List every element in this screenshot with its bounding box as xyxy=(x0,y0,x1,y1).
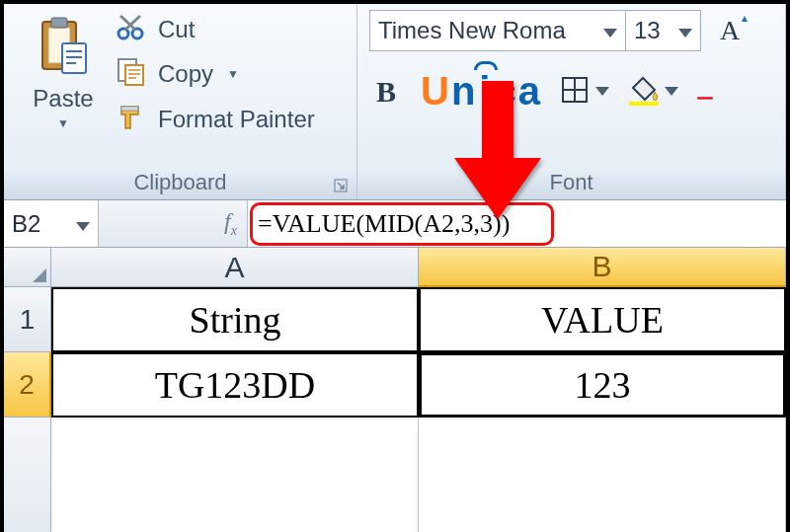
fx-button[interactable]: fx xyxy=(99,200,247,247)
paste-icon xyxy=(37,14,90,81)
fx-icon: fx xyxy=(224,208,237,239)
row-header-2[interactable]: 2 xyxy=(4,352,51,418)
cell-A1[interactable]: String xyxy=(51,287,419,352)
row-header-blank[interactable] xyxy=(4,418,51,532)
copy-button[interactable]: Copy ▼ xyxy=(117,57,315,91)
svg-marker-21 xyxy=(742,16,748,22)
font-color-icon xyxy=(696,74,714,110)
name-box[interactable]: B2 xyxy=(4,200,99,247)
copy-label: Copy xyxy=(158,60,213,88)
chevron-down-icon xyxy=(665,83,678,101)
borders-icon xyxy=(560,75,590,109)
font-group: Times New Roma 13 A B Unica xyxy=(357,4,786,199)
borders-button[interactable] xyxy=(560,75,609,109)
scissors-icon xyxy=(117,14,146,45)
format-painter-label: Format Painter xyxy=(158,106,315,133)
svg-marker-27 xyxy=(665,87,678,96)
svg-marker-29 xyxy=(454,81,541,219)
red-arrow-annotation xyxy=(454,81,541,223)
font-name-value: Times New Roma xyxy=(378,17,566,44)
svg-rect-2 xyxy=(51,18,67,28)
svg-marker-18 xyxy=(603,29,617,38)
svg-rect-28 xyxy=(697,97,713,99)
fill-color-button[interactable] xyxy=(627,74,678,110)
paste-button[interactable]: Paste ▼ xyxy=(16,10,111,172)
cell-blank-A[interactable] xyxy=(51,418,419,532)
font-group-title: Font xyxy=(357,170,785,195)
clipboard-group: Paste ▼ Cut xyxy=(4,4,357,199)
chevron-down-icon xyxy=(595,83,609,101)
formula-bar: B2 fx =VALUE(MID(A2,3,3)) xyxy=(4,200,786,248)
format-painter-button[interactable]: Format Painter xyxy=(117,103,315,136)
svg-rect-26 xyxy=(629,102,659,106)
bold-button[interactable]: B xyxy=(369,72,403,112)
copy-dropdown-icon[interactable]: ▼ xyxy=(227,67,239,81)
column-header-A[interactable]: A xyxy=(51,248,419,287)
brush-icon xyxy=(117,103,146,136)
select-all-corner[interactable] xyxy=(4,248,51,287)
column-header-B[interactable]: B xyxy=(419,248,786,287)
clipboard-dialog-launcher[interactable] xyxy=(331,176,351,195)
name-box-value: B2 xyxy=(12,210,40,238)
chevron-down-icon xyxy=(76,210,90,238)
chevron-down-icon xyxy=(678,17,692,44)
cell-blank-B[interactable] xyxy=(419,418,786,532)
cell-B1[interactable]: VALUE xyxy=(419,287,786,352)
font-name-combo[interactable]: Times New Roma xyxy=(369,10,626,51)
paste-dropdown-icon[interactable]: ▼ xyxy=(57,116,69,130)
row-header-1[interactable]: 1 xyxy=(4,287,51,352)
svg-rect-12 xyxy=(125,65,143,85)
chevron-down-icon xyxy=(603,17,617,44)
svg-marker-19 xyxy=(678,29,692,38)
increase-font-button[interactable]: A xyxy=(715,10,752,51)
cut-label: Cut xyxy=(158,16,195,43)
clipboard-group-title: Clipboard xyxy=(4,170,356,195)
cell-B2[interactable]: 123 xyxy=(419,352,786,418)
svg-marker-30 xyxy=(76,222,90,231)
cut-button[interactable]: Cut xyxy=(117,14,315,45)
paint-bucket-icon xyxy=(627,74,661,110)
svg-rect-16 xyxy=(121,107,138,111)
font-size-combo[interactable]: 13 xyxy=(626,10,701,51)
svg-text:A: A xyxy=(720,15,741,45)
cell-A2[interactable]: TG123DD xyxy=(51,352,419,418)
copy-icon xyxy=(117,57,146,91)
font-color-button[interactable] xyxy=(696,74,714,110)
svg-marker-25 xyxy=(595,87,609,96)
paste-label: Paste xyxy=(33,85,93,113)
font-size-value: 13 xyxy=(634,17,661,44)
spreadsheet-grid: A B 1 String VALUE 2 TG123DD 123 xyxy=(4,248,786,532)
